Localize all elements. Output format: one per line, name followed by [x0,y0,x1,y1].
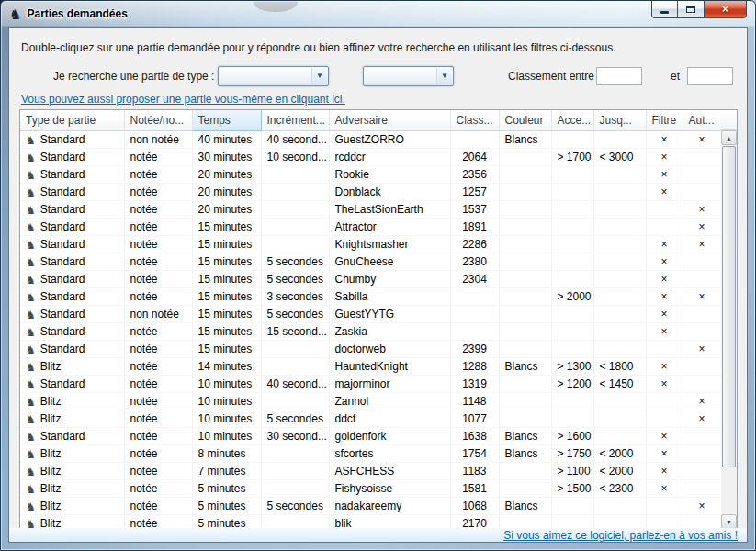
game-row[interactable]: ♞Standardnotée15 minutes5 secondesGnuChe… [20,253,721,270]
cell-filter: × [646,253,683,270]
game-type-label: Standard [40,255,85,268]
column-header[interactable]: Notée/no... [124,110,192,130]
cell-time: 10 minutes [192,410,261,427]
game-row[interactable]: ♞Standardnon notée15 minutes5 secondesGu… [20,305,721,322]
column-header[interactable]: Filtre [646,110,683,130]
cell-adversary: ASFCHESS [329,462,450,479]
cell-accepts [551,165,593,183]
column-header[interactable]: Couleur [499,110,551,130]
game-subtype-combo-arrow-zone[interactable]: ▼ [436,68,452,84]
cell-filter: × [646,235,683,253]
game-type-label: Standard [40,377,85,390]
cell-type: ♞Standard [20,200,124,218]
cell-type: ♞Blitz [20,357,124,375]
minimize-button[interactable] [651,1,678,18]
chess-piece-icon: ♞ [26,414,36,425]
column-header[interactable]: Temps [192,110,261,130]
game-row[interactable]: ♞Blitznotée10 minutes5 secondesddcf1077× [20,410,721,427]
game-row[interactable]: ♞Blitznotée10 minutesZannol1148× [20,392,721,410]
cell-increment [261,183,329,200]
game-row[interactable]: ♞Standardnotée15 minutes5 secondesChumby… [20,270,721,287]
game-type-label: Blitz [40,412,62,425]
cell-upto [593,305,646,322]
game-row[interactable]: ♞Blitznotée5 minutes5 secondesnadakareem… [20,497,721,514]
scrollbar-thumb[interactable] [722,146,736,467]
column-header[interactable]: Class... [450,110,499,130]
game-subtype-combo[interactable]: ▼ [363,66,454,86]
game-row[interactable]: ♞Blitznotée14 minutesHauntedKnight1288Bl… [20,357,721,375]
column-header[interactable]: Incrément... [261,110,329,130]
cell-accepts [551,183,593,200]
game-type-combo[interactable]: ▼ [218,66,329,86]
cell-upto [593,183,646,200]
cell-color [499,165,551,183]
cell-increment [261,340,329,357]
chess-piece-icon: ♞ [26,187,36,198]
cell-rating: 1581 [450,479,499,497]
cell-rated: notée [124,392,192,410]
cell-type: ♞Blitz [20,444,124,462]
game-row[interactable]: ♞Standardnotée20 minutesTheLastSionEarth… [20,200,721,218]
cell-adversary: Knightsmasher [329,235,450,253]
titlebar[interactable]: ♞ Parties demandées × [1,1,755,27]
game-type-label: Standard [40,168,85,181]
game-type-combo-arrow-zone[interactable]: ▼ [311,68,327,84]
game-row[interactable]: ♞Blitznotée7 minutesASFCHESS1183> 1100< … [20,462,721,479]
column-header[interactable]: Jusq... [593,110,646,130]
cell-auto [683,148,721,165]
cell-auto: × [683,392,721,410]
cell-upto: < 2300 [593,479,646,497]
cell-type: ♞Standard [20,218,124,235]
cell-increment [261,462,329,479]
cell-type: ♞Blitz [20,410,124,427]
chess-piece-icon: ♞ [26,275,36,286]
rating-max-input[interactable] [687,67,733,85]
share-link[interactable]: Si vous aimez ce logiciel, parlez-en à v… [503,529,738,542]
game-row[interactable]: ♞Standardnotée15 minutesKnightsmasher228… [20,235,721,253]
cell-increment [261,200,329,218]
column-header[interactable]: Adversaire [329,110,450,130]
column-header[interactable]: Acce... [551,110,593,130]
game-row[interactable]: ♞Standardnon notée40 minutes40 second...… [20,130,721,148]
cell-increment [261,357,329,375]
column-header[interactable]: Aut... [683,110,721,130]
cell-accepts: > 1500 [551,479,593,497]
propose-game-link[interactable]: Vous pouvez aussi proposer une partie vo… [21,93,345,106]
rating-min-input[interactable] [596,67,642,85]
maximize-icon [686,6,695,13]
game-row[interactable]: ♞Standardnotée10 minutes30 second...gold… [20,427,721,444]
cell-rating [450,322,499,340]
scroll-up-button[interactable]: ▲ [721,130,737,145]
cell-rating: 1754 [450,444,499,462]
filter-row: Je recherche une partie de type : ▼ ▼ Cl… [9,66,747,86]
cell-auto [683,165,721,183]
game-row[interactable]: ♞Standardnotée30 minutes10 second...rcdd… [20,148,721,165]
game-row[interactable]: ♞Standardnotée15 minutes15 second...Zask… [20,322,721,340]
cell-color [499,322,551,340]
maximize-button[interactable] [678,1,704,18]
cell-adversary: majorminor [329,375,450,392]
game-row[interactable]: ♞Standardnotée10 minutes40 second...majo… [20,375,721,392]
column-header[interactable]: Type de partie [20,110,124,130]
chess-piece-icon: ♞ [26,484,36,495]
cell-rated: notée [124,253,192,270]
game-row[interactable]: ♞Blitznotée5 minutesFishysoisse1581> 150… [20,479,721,497]
cell-auto [683,462,721,479]
scroll-down-button[interactable]: ▼ [721,514,737,529]
cell-rated: notée [124,357,192,375]
vertical-scrollbar[interactable]: ▲ ▼ [721,130,737,529]
game-row[interactable]: ♞Standardnotée15 minutesAttractor1891× [20,218,721,235]
game-row[interactable]: ♞Blitznotée8 minutessfcortes1754Blancs> … [20,444,721,462]
cell-rated: notée [124,235,192,253]
parties-demandees-window: ♞ Parties demandées × Double-cliquez sur… [0,0,756,551]
game-row[interactable]: ♞Standardnotée15 minutes3 secondesSabill… [20,287,721,305]
close-button[interactable]: × [704,1,747,18]
cell-type: ♞Standard [20,375,124,392]
cell-rated: notée [124,444,192,462]
cell-upto [593,130,646,148]
cell-filter: × [646,148,683,165]
cell-increment: 5 secondes [261,305,329,322]
game-row[interactable]: ♞Standardnotée15 minutesdoctorweb2399× [20,340,721,357]
game-row[interactable]: ♞Standardnotée20 minutesDonblack1257× [20,183,721,200]
game-row[interactable]: ♞Standardnotée20 minutesRookie2356× [20,165,721,183]
